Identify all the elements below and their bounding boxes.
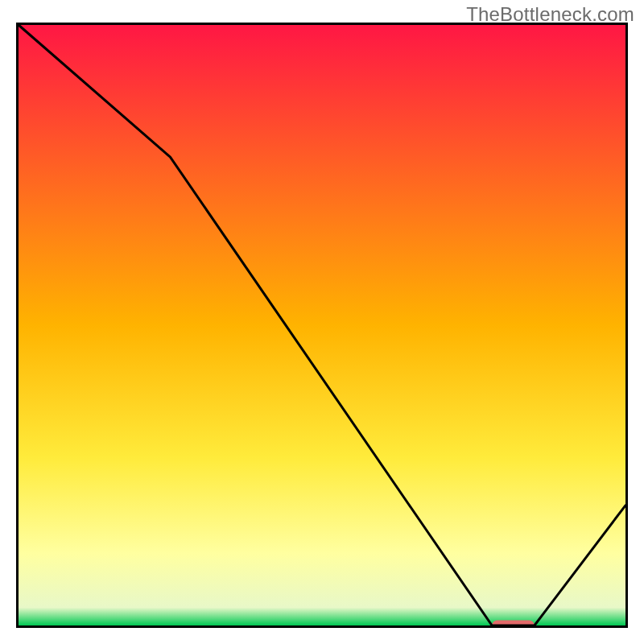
watermark-text: TheBottleneck.com: [466, 3, 634, 26]
svg-rect-0: [19, 25, 625, 625]
plot-area: [16, 23, 628, 628]
chart-container: TheBottleneck.com: [0, 0, 644, 644]
chart-svg: [16, 23, 628, 628]
